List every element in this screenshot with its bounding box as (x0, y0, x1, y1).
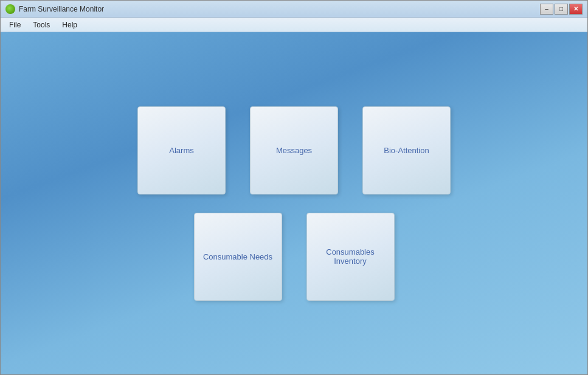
card-consumables-inventory[interactable]: Consumables Inventory (306, 213, 395, 301)
menu-bar: File Tools Help (1, 18, 587, 32)
restore-button[interactable]: □ (555, 4, 568, 15)
window-controls: – □ ✕ (540, 4, 583, 15)
title-bar: Farm Surveillance Monitor – □ ✕ (1, 1, 587, 18)
main-content: Alarms Messages Bio-Attention Consumable… (1, 32, 587, 374)
window-title: Farm Surveillance Monitor (19, 5, 104, 13)
minimize-button[interactable]: – (540, 4, 553, 15)
menu-tools[interactable]: Tools (27, 19, 56, 30)
title-bar-left: Farm Surveillance Monitor (5, 4, 104, 14)
cards-container: Alarms Messages Bio-Attention Consumable… (137, 106, 451, 301)
close-button[interactable]: ✕ (569, 4, 583, 15)
cards-row-2: Consumable Needs Consumables Inventory (194, 213, 395, 301)
card-bio-attention[interactable]: Bio-Attention (362, 106, 451, 194)
cards-row-1: Alarms Messages Bio-Attention (137, 106, 451, 194)
card-bio-attention-label: Bio-Attention (378, 140, 435, 161)
menu-file[interactable]: File (3, 19, 27, 30)
card-alarms[interactable]: Alarms (137, 106, 226, 194)
menu-help[interactable]: Help (56, 19, 83, 30)
application-window: Farm Surveillance Monitor – □ ✕ File Too… (0, 0, 588, 375)
card-messages-label: Messages (270, 140, 318, 161)
card-consumable-needs-label: Consumable Needs (197, 246, 278, 267)
app-icon (5, 4, 15, 14)
card-alarms-label: Alarms (163, 140, 199, 161)
card-consumable-needs[interactable]: Consumable Needs (194, 213, 282, 301)
card-messages[interactable]: Messages (250, 106, 338, 194)
card-consumables-inventory-label: Consumables Inventory (307, 241, 394, 272)
